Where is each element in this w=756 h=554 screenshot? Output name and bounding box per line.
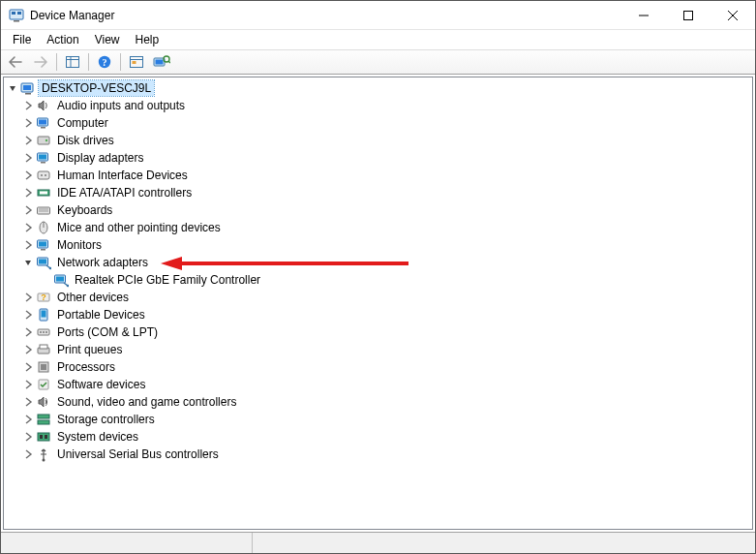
svg-point-55 xyxy=(40,331,42,333)
tree-toggle[interactable] xyxy=(21,256,35,269)
tree-item-label: Universal Serial Bus controllers xyxy=(54,446,222,462)
printer-icon xyxy=(36,342,51,357)
svg-point-33 xyxy=(45,174,46,176)
device-tree-panel[interactable]: DESKTOP-VESCJ9L Audio inputs and outputs… xyxy=(3,77,753,530)
tree-item-audio-inputs-and-outputs[interactable]: Audio inputs and outputs xyxy=(4,97,752,114)
tree-item-realtek-pcie-gbe-family-controller[interactable]: Realtek PCIe GbE Family Controller xyxy=(4,271,752,289)
tree-item-label: Processors xyxy=(54,359,118,375)
titlebar: Device Manager xyxy=(1,1,755,30)
menubar: File Action View Help xyxy=(1,30,755,49)
tree-toggle[interactable] xyxy=(21,203,35,217)
speaker-icon xyxy=(36,98,51,113)
tree-item-label: Print queues xyxy=(54,342,125,357)
window-controls xyxy=(621,1,755,29)
other-icon: ? xyxy=(36,290,51,305)
tree-item-network-adapters[interactable]: Network adapters xyxy=(4,254,752,271)
svg-rect-64 xyxy=(38,420,49,424)
minimize-button[interactable] xyxy=(621,1,666,29)
svg-point-56 xyxy=(43,331,45,333)
tree-toggle[interactable] xyxy=(21,169,35,182)
svg-rect-66 xyxy=(40,435,43,439)
statusbar xyxy=(1,532,755,553)
svg-rect-13 xyxy=(131,57,143,68)
tree-item-label: Ports (COM & LPT) xyxy=(54,324,161,340)
tree-item-disk-drives[interactable]: Disk drives xyxy=(4,132,752,149)
tree-toggle[interactable] xyxy=(21,186,35,200)
tree-item-sound-video-and-game-controllers[interactable]: Sound, video and game controllers xyxy=(4,393,752,411)
menu-view[interactable]: View xyxy=(87,31,128,48)
tree-item-storage-controllers[interactable]: Storage controllers xyxy=(4,411,752,428)
tree-item-ide-ata-atapi-controllers[interactable]: IDE ATA/ATAPI controllers xyxy=(4,184,752,201)
help-button[interactable]: ? xyxy=(93,51,116,73)
tree-item-ports-com-lpt[interactable]: Ports (COM & LPT) xyxy=(4,323,752,341)
tree-root[interactable]: DESKTOP-VESCJ9L xyxy=(4,79,752,97)
monitor-icon xyxy=(36,237,51,253)
tree-toggle[interactable] xyxy=(6,81,19,95)
tree-toggle[interactable] xyxy=(21,325,35,339)
tree-item-print-queues[interactable]: Print queues xyxy=(4,341,752,358)
tree-item-portable-devices[interactable]: Portable Devices xyxy=(4,306,752,323)
svg-point-32 xyxy=(41,174,43,176)
tree-toggle[interactable] xyxy=(21,447,35,461)
tree-toggle[interactable] xyxy=(21,395,35,409)
tree-toggle[interactable] xyxy=(21,430,35,444)
back-button[interactable] xyxy=(4,51,27,73)
tree-item-mice-and-other-pointing-devices[interactable]: Mice and other pointing devices xyxy=(4,219,752,236)
tree-toggle[interactable] xyxy=(21,291,35,304)
close-button[interactable] xyxy=(711,1,755,29)
menu-action[interactable]: Action xyxy=(39,31,86,48)
tree-item-label: Monitors xyxy=(54,237,105,253)
tree-item-monitors[interactable]: Monitors xyxy=(4,236,752,254)
tree-toggle[interactable] xyxy=(21,360,35,374)
svg-rect-2 xyxy=(17,12,21,15)
cpu-icon xyxy=(36,359,51,375)
device-properties-button[interactable] xyxy=(150,51,173,73)
tree-toggle[interactable] xyxy=(21,116,35,130)
tree-item-computer[interactable]: Computer xyxy=(4,114,752,132)
window-title: Device Manager xyxy=(30,8,621,22)
tree-toggle[interactable] xyxy=(21,221,35,234)
tree-item-universal-serial-bus-controllers[interactable]: Universal Serial Bus controllers xyxy=(4,446,752,463)
svg-rect-35 xyxy=(40,192,47,195)
tree-item-display-adapters[interactable]: Display adapters xyxy=(4,149,752,167)
tree-item-system-devices[interactable]: System devices xyxy=(4,428,752,446)
maximize-button[interactable] xyxy=(666,1,711,29)
tree-toggle[interactable] xyxy=(21,151,35,165)
menu-file[interactable]: File xyxy=(5,31,39,48)
display-icon xyxy=(36,150,51,166)
svg-rect-31 xyxy=(38,171,49,179)
tree-toggle[interactable] xyxy=(21,99,35,112)
menu-help[interactable]: Help xyxy=(128,31,167,48)
storage-icon xyxy=(36,412,51,427)
tree-toggle[interactable] xyxy=(21,343,35,356)
forward-button[interactable] xyxy=(29,51,52,73)
computer-icon xyxy=(36,115,51,131)
tree-toggle[interactable] xyxy=(21,413,35,426)
tree-toggle[interactable] xyxy=(21,308,35,322)
tree-toggle[interactable] xyxy=(21,134,35,147)
scan-hardware-button[interactable] xyxy=(125,51,148,73)
tree-item-human-interface-devices[interactable]: Human Interface Devices xyxy=(4,167,752,184)
svg-point-57 xyxy=(45,331,47,333)
tree-toggle[interactable] xyxy=(21,378,35,391)
tree-item-label: Portable Devices xyxy=(54,307,148,323)
status-panel-right xyxy=(253,533,755,553)
svg-rect-15 xyxy=(133,61,136,64)
tree-item-keyboards[interactable]: Keyboards xyxy=(4,201,752,219)
tree-item-software-devices[interactable]: Software devices xyxy=(4,376,752,393)
show-hide-tree-button[interactable] xyxy=(61,51,84,73)
svg-point-68 xyxy=(43,459,45,462)
tree-toggle[interactable] xyxy=(21,238,35,252)
svg-rect-63 xyxy=(38,415,49,418)
tree-item-label: Computer xyxy=(54,115,111,131)
svg-rect-61 xyxy=(41,364,46,370)
tree-item-processors[interactable]: Processors xyxy=(4,358,752,376)
tree-item-label: Realtek PCIe GbE Family Controller xyxy=(72,272,263,288)
software-icon xyxy=(36,377,51,392)
svg-rect-67 xyxy=(45,435,47,439)
svg-rect-65 xyxy=(38,433,49,441)
tree-item-other-devices[interactable]: ? Other devices xyxy=(4,289,752,306)
system-icon xyxy=(36,429,51,445)
svg-rect-30 xyxy=(41,162,45,164)
tree-item-label: Human Interface Devices xyxy=(54,168,191,183)
